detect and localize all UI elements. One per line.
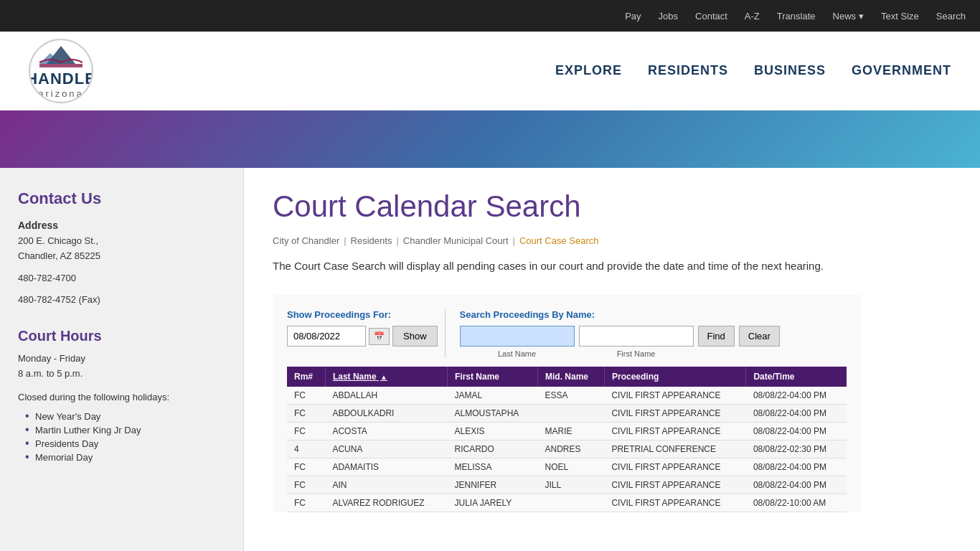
holidays-label: Closed during the following holidays: xyxy=(18,390,225,405)
cell-rm: FC xyxy=(287,476,325,494)
sort-last-name[interactable]: Last Name ▲ xyxy=(333,372,387,382)
top-nav-text-size[interactable]: Text Size xyxy=(881,11,919,22)
top-nav-news[interactable]: News ▾ xyxy=(833,11,864,22)
clear-button[interactable]: Clear xyxy=(739,326,780,347)
cell-first-name: RICARDO xyxy=(448,441,538,458)
col-header-first-name: First Name xyxy=(448,367,538,387)
cell-last-name: ABDALLAH xyxy=(325,387,447,405)
top-nav-search[interactable]: Search xyxy=(936,11,966,22)
cell-proceeding: CIVIL FIRST APPEARANCE xyxy=(604,387,745,405)
cell-datetime: 08/08/22-02:30 PM xyxy=(746,441,847,458)
col-header-last-name[interactable]: Last Name ▲ xyxy=(325,367,447,387)
main-nav: EXPLORE RESIDENTS BUSINESS GOVERNMENT xyxy=(555,63,951,78)
calendar-icon: 📅 xyxy=(374,331,385,342)
top-nav-jobs[interactable]: Jobs xyxy=(659,11,678,22)
logo-subtitle: arizona xyxy=(29,88,93,99)
court-hours-title: Court Hours xyxy=(18,328,225,344)
name-search-section: Search Proceedings By Name: Find Clear L… xyxy=(445,309,847,358)
cell-datetime: 08/08/22-10:00 AM xyxy=(746,494,847,512)
cell-last-name: ACUNA xyxy=(325,441,447,458)
cell-datetime: 08/08/22-04:00 PM xyxy=(746,405,847,423)
date-picker-button[interactable]: 📅 xyxy=(369,328,390,345)
cell-last-name: AIN xyxy=(325,476,447,494)
cell-proceeding: PRETRIAL CONFERENCE xyxy=(604,441,745,458)
cell-proceeding: CIVIL FIRST APPEARANCE xyxy=(604,476,745,494)
table-row: FC ALVAREZ RODRIGUEZ JULIA JARELY CIVIL … xyxy=(287,494,847,512)
nav-explore[interactable]: EXPLORE xyxy=(555,63,622,78)
contact-us-title: Contact Us xyxy=(18,189,225,208)
top-nav-pay[interactable]: Pay xyxy=(625,11,641,22)
cell-rm: FC xyxy=(287,423,325,441)
cell-first-name: JENNIFER xyxy=(448,476,538,494)
cell-datetime: 08/08/22-04:00 PM xyxy=(746,458,847,476)
table-header-row: Rm# Last Name ▲ First Name Mid. Name Pro… xyxy=(287,367,847,387)
holidays-list: New Year's Day Martin Luther King Jr Day… xyxy=(18,410,225,464)
table-row: 4 ACUNA RICARDO ANDRES PRETRIAL CONFEREN… xyxy=(287,441,847,458)
cell-mid-name: JILL xyxy=(537,476,604,494)
cell-rm: FC xyxy=(287,494,325,512)
cell-first-name: ALEXIS xyxy=(448,423,538,441)
sidebar: Contact Us Address 200 E. Chicago St., C… xyxy=(0,168,244,551)
hours-time: 8 a.m. to 5 p.m. xyxy=(18,367,225,382)
date-input[interactable] xyxy=(287,326,366,347)
main-content: Court Calendar Search City of Chandler |… xyxy=(244,168,980,551)
top-nav-contact[interactable]: Contact xyxy=(695,11,727,22)
breadcrumb-current: Court Case Search xyxy=(519,235,599,246)
nav-government[interactable]: GOVERNMENT xyxy=(852,63,951,78)
breadcrumb-city[interactable]: City of Chandler xyxy=(273,235,339,246)
first-name-input[interactable] xyxy=(579,326,694,347)
address-line2: Chandler, AZ 85225 xyxy=(18,249,225,264)
col-header-proceeding: Proceeding xyxy=(604,367,745,387)
cell-first-name: JAMAL xyxy=(448,387,538,405)
cell-datetime: 08/08/22-04:00 PM xyxy=(746,476,847,494)
breadcrumb: City of Chandler | Residents | Chandler … xyxy=(273,235,951,246)
cell-rm: FC xyxy=(287,405,325,423)
nav-business[interactable]: BUSINESS xyxy=(754,63,826,78)
main-header: CHANDLER arizona EXPLORE RESIDENTS BUSIN… xyxy=(0,32,980,110)
address-label: Address xyxy=(18,220,225,231)
cell-mid-name: ESSA xyxy=(537,387,604,405)
breadcrumb-sep2: | xyxy=(396,235,398,246)
cell-datetime: 08/08/22-04:00 PM xyxy=(746,387,847,405)
list-item: Martin Luther King Jr Day xyxy=(25,423,225,437)
hero-banner xyxy=(0,110,980,168)
top-nav-translate[interactable]: Translate xyxy=(777,11,816,22)
svg-rect-2 xyxy=(39,64,83,67)
cell-proceeding: CIVIL FIRST APPEARANCE xyxy=(604,458,745,476)
logo-name: CHANDLER xyxy=(29,70,93,88)
page-title: Court Calendar Search xyxy=(273,189,951,224)
nav-residents[interactable]: RESIDENTS xyxy=(648,63,728,78)
search-form: Show Proceedings For: 📅 Show Search Proc… xyxy=(273,295,861,512)
col-header-rm: Rm# xyxy=(287,367,325,387)
cell-proceeding: CIVIL FIRST APPEARANCE xyxy=(604,405,745,423)
cell-last-name: ADAMAITIS xyxy=(325,458,447,476)
table-row: FC ACOSTA ALEXIS MARIE CIVIL FIRST APPEA… xyxy=(287,423,847,441)
logo-mountain-icon xyxy=(39,42,83,67)
cell-mid-name: NOEL xyxy=(537,458,604,476)
phone2: 480-782-4752 (Fax) xyxy=(18,293,225,308)
list-item: Memorial Day xyxy=(25,451,225,464)
top-nav: Pay Jobs Contact A-Z Translate News ▾ Te… xyxy=(0,0,980,32)
show-button[interactable]: Show xyxy=(392,326,438,347)
name-search-label: Search Proceedings By Name: xyxy=(460,309,839,320)
cell-last-name: ALVAREZ RODRIGUEZ xyxy=(325,494,447,512)
list-item: Presidents Day xyxy=(25,437,225,451)
cell-first-name: MELISSA xyxy=(448,458,538,476)
breadcrumb-sep1: | xyxy=(344,235,346,246)
hours-days: Monday - Friday xyxy=(18,352,225,367)
breadcrumb-residents[interactable]: Residents xyxy=(351,235,392,246)
cell-rm: FC xyxy=(287,387,325,405)
breadcrumb-court[interactable]: Chandler Municipal Court xyxy=(403,235,509,246)
find-button[interactable]: Find xyxy=(698,326,735,347)
last-name-input[interactable] xyxy=(460,326,575,347)
top-nav-az[interactable]: A-Z xyxy=(745,11,760,22)
cell-rm: 4 xyxy=(287,441,325,458)
table-row: FC ADAMAITIS MELISSA NOEL CIVIL FIRST AP… xyxy=(287,458,847,476)
last-name-label: Last Name xyxy=(460,349,575,358)
cell-first-name: ALMOUSTAPHA xyxy=(448,405,538,423)
logo-area: CHANDLER arizona xyxy=(29,39,93,103)
cell-mid-name xyxy=(537,405,604,423)
cell-rm: FC xyxy=(287,458,325,476)
cell-last-name: ACOSTA xyxy=(325,423,447,441)
cell-mid-name xyxy=(537,494,604,512)
